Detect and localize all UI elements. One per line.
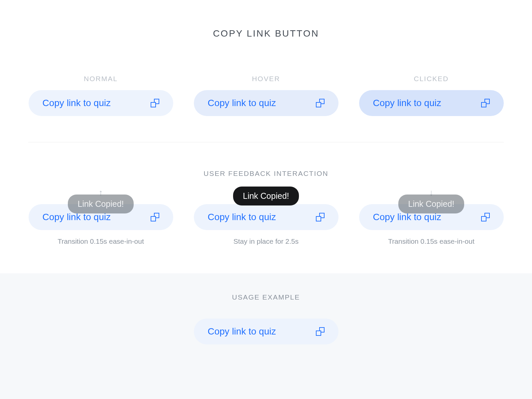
copy-link-label: Copy link to quiz <box>208 212 276 222</box>
copy-link-button-hover[interactable]: Copy link to quiz <box>194 90 338 116</box>
page-title: COPY LINK BUTTON <box>213 28 319 39</box>
copy-link-button-normal[interactable]: Copy link to quiz <box>29 90 173 116</box>
feedback-row: ↑ Link Copied! Copy link to quiz Transit… <box>0 190 532 245</box>
states-row: NORMAL Copy link to quiz HOVER Copy link… <box>0 75 532 116</box>
state-clicked-col: CLICKED Copy link to quiz <box>359 75 504 116</box>
copy-icon <box>151 99 159 107</box>
feedback-step-hold: Link Copied! Copy link to quiz Stay in p… <box>194 190 338 245</box>
usage-title: USAGE EXAMPLE <box>232 293 300 301</box>
toast-rising: Link Copied! <box>68 195 134 213</box>
toast-falling: Link Copied! <box>398 195 465 213</box>
feedback-caption-fall: Transition 0.15s ease-in-out <box>388 237 474 245</box>
state-normal-col: NORMAL Copy link to quiz <box>29 75 173 116</box>
copy-icon <box>151 213 159 221</box>
copy-icon <box>316 327 325 336</box>
usage-section: USAGE EXAMPLE Copy link to quiz <box>0 273 532 399</box>
copy-icon <box>481 99 490 107</box>
feedback-section: USER FEEDBACK INTERACTION ↑ Link Copied!… <box>0 170 532 245</box>
copy-icon <box>481 213 490 221</box>
copy-link-button-clicked[interactable]: Copy link to quiz <box>359 90 504 116</box>
copy-link-label: Copy link to quiz <box>43 98 111 108</box>
feedback-step-rise: ↑ Link Copied! Copy link to quiz Transit… <box>29 190 173 245</box>
copy-icon <box>316 213 325 221</box>
states-section: NORMAL Copy link to quiz HOVER Copy link… <box>0 75 532 116</box>
copy-link-button-usage[interactable]: Copy link to quiz <box>194 319 338 344</box>
toast-hold: Link Copied! <box>233 187 299 205</box>
feedback-caption-rise: Transition 0.15s ease-in-out <box>58 237 144 245</box>
divider <box>28 142 504 142</box>
feedback-step-fall: ↓ Link Copied! Copy link to quiz Transit… <box>359 190 504 245</box>
state-clicked-label: CLICKED <box>414 75 449 83</box>
state-hover-col: HOVER Copy link to quiz <box>194 75 338 116</box>
feedback-caption-hold: Stay in place for 2.5s <box>233 237 299 245</box>
copy-icon <box>316 99 325 107</box>
feedback-title: USER FEEDBACK INTERACTION <box>203 170 329 178</box>
copy-link-button-feedback-hold[interactable]: Copy link to quiz <box>194 204 338 230</box>
copy-link-label: Copy link to quiz <box>208 98 276 108</box>
copy-link-label: Copy link to quiz <box>373 98 441 108</box>
state-normal-label: NORMAL <box>84 75 118 83</box>
copy-link-label: Copy link to quiz <box>208 326 276 337</box>
state-hover-label: HOVER <box>252 75 280 83</box>
